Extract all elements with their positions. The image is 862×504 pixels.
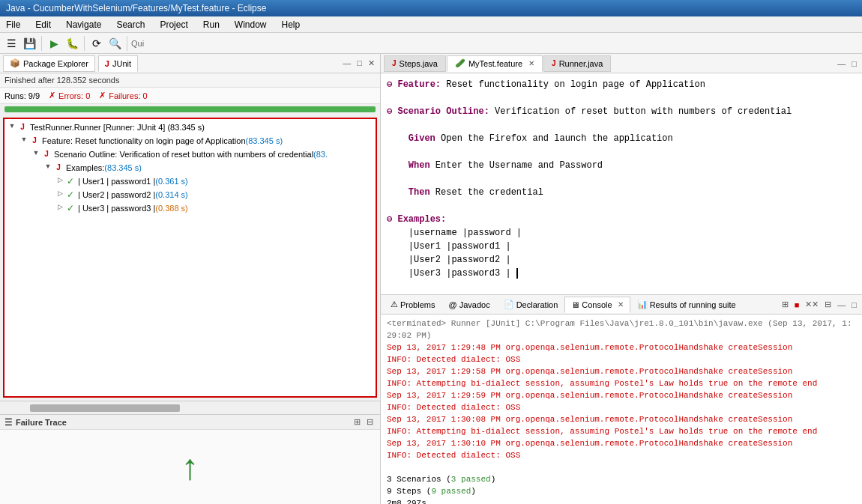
console-action-1[interactable]: ⊞ — [780, 299, 791, 310]
examples-icon: J — [52, 162, 64, 174]
menu-run[interactable]: Run — [200, 18, 223, 31]
console-minimize-btn[interactable]: — — [835, 300, 848, 310]
tab-console[interactable]: 🖥 Console ✕ — [564, 297, 630, 313]
failure-trace-actions: ⊞ ⊟ — [352, 416, 376, 428]
horizontal-scrollbar[interactable] — [0, 401, 380, 414]
tab-steps-java[interactable]: J Steps.java — [384, 55, 446, 72]
left-maximize-btn[interactable]: □ — [355, 58, 364, 69]
tab-declaration[interactable]: 📄 Declaration — [497, 297, 565, 313]
console-action-4[interactable]: ⊟ — [822, 299, 834, 310]
menu-project[interactable]: Project — [157, 18, 190, 31]
console-stop-btn[interactable]: ■ — [792, 300, 802, 310]
toolbar-search-btn[interactable]: 🔍 — [106, 35, 123, 52]
left-tab-actions: — □ ✕ — [340, 58, 377, 69]
green-arrow-icon: ↑ — [181, 449, 199, 485]
toolbar-sep-3 — [127, 36, 127, 51]
left-panel: 📦 Package Explorer J JUnit — □ ✕ Finishe… — [0, 54, 381, 504]
editor-minimize-btn[interactable]: — — [835, 58, 848, 69]
toolbar-run-btn[interactable]: ▶ — [46, 35, 62, 52]
console-line-terminated: <terminated> Runner [JUnit] C:\Program F… — [387, 318, 856, 341]
runner-java-icon: J — [552, 59, 556, 67]
console-line-blank — [387, 461, 856, 473]
tree-item-runner[interactable]: ▼ J TestRunner.Runner [Runner: JUnit 4] … — [6, 121, 374, 134]
tab-problems[interactable]: ⚠ Problems — [384, 297, 441, 313]
editor-tab-actions: — □ — [835, 58, 859, 69]
code-line-blank-2 — [387, 118, 856, 132]
tree-item-user1[interactable]: ▷ ✓ | User1 | password1 | (0.361 s) — [54, 174, 374, 188]
expand-runner[interactable]: ▼ — [7, 121, 16, 130]
steps-java-label: Steps.java — [400, 59, 438, 68]
declaration-icon: 📄 — [504, 300, 514, 309]
console-clear-btn[interactable]: ✕✕ — [803, 299, 821, 310]
title-bar: Java - CucumberWithSelenium/Features/MyT… — [0, 0, 862, 16]
code-line-3: Given Open the Firefox and launch the ap… — [387, 132, 856, 145]
tree-item-user2[interactable]: ▷ ✓ | User2 | password2 | (0.314 s) — [54, 188, 374, 201]
failure-trace-icon: ☰ — [4, 417, 13, 428]
user2-time: (0.314 s) — [155, 189, 187, 201]
code-line-10: |User3 |password3 | — [387, 267, 856, 280]
toolbar-sep-1 — [41, 36, 42, 51]
tab-runner-java[interactable]: J Runner.java — [543, 55, 611, 72]
left-tab-bar: 📦 Package Explorer J JUnit — □ ✕ — [0, 54, 380, 73]
expand-user2[interactable]: ▷ — [55, 189, 64, 198]
test-tree[interactable]: ▼ J TestRunner.Runner [Runner: JUnit 4] … — [3, 118, 377, 398]
toolbar-save-btn[interactable]: 💾 — [21, 35, 37, 52]
tab-mytest-feature[interactable]: 🥒 MyTest.feature ✕ — [447, 55, 543, 72]
console-line-8: INFO: Attempting bi-dialect session, ass… — [387, 425, 856, 437]
left-close-btn[interactable]: ✕ — [366, 58, 377, 69]
menu-window[interactable]: Window — [232, 18, 270, 31]
menu-search[interactable]: Search — [113, 18, 148, 31]
scenario-icon: J — [40, 148, 52, 160]
menu-file[interactable]: File — [3, 18, 23, 31]
code-line-5: Then Reset the credential — [387, 186, 856, 199]
toolbar-refresh-btn[interactable]: ⟳ — [88, 35, 105, 52]
tab-javadoc[interactable]: @ Javadoc — [441, 297, 496, 313]
results-icon: 📊 — [637, 300, 648, 309]
runs-label: Runs: 9/9 — [4, 91, 40, 100]
tree-item-scenario[interactable]: ▼ J Scenario Outline: Verification of re… — [30, 148, 374, 161]
toolbar-new-btn[interactable]: ☰ — [3, 35, 19, 52]
scrollbar-thumb[interactable] — [30, 404, 180, 412]
tree-item-feature[interactable]: ▼ J Feature: Reset functionality on logi… — [18, 134, 374, 148]
examples-label: Examples: — [66, 162, 104, 174]
code-line-7: |username |password | — [387, 226, 856, 240]
tab-junit[interactable]: J JUnit — [98, 55, 138, 72]
stat-failures: ✗ Failures: 0 — [99, 91, 147, 100]
feature-time: (83.345 s) — [246, 135, 283, 147]
editor-maximize-btn[interactable]: □ — [849, 58, 859, 69]
mytest-close-btn[interactable]: ✕ — [528, 59, 534, 67]
left-minimize-btn[interactable]: — — [340, 58, 353, 69]
failure-trace-btn1[interactable]: ⊞ — [352, 416, 363, 428]
junit-header: Finished after 128.352 seconds — [0, 73, 380, 88]
failure-trace-content: ↑ — [0, 430, 380, 504]
runner-java-label: Runner.java — [559, 59, 603, 68]
tree-item-examples[interactable]: ▼ J Examples: (83.345 s) — [42, 161, 374, 174]
feature-label: Feature: Reset functionality on login pa… — [42, 135, 246, 147]
failure-trace-title: Failure Trace — [16, 418, 67, 427]
junit-icon: J — [105, 59, 109, 68]
console-icon: 🖥 — [571, 300, 579, 309]
expand-examples[interactable]: ▼ — [43, 162, 52, 171]
toolbar-debug-btn[interactable]: 🐛 — [64, 35, 80, 52]
console-line-6: INFO: Detected dialect: OSS — [387, 401, 856, 413]
console-maximize-btn[interactable]: □ — [849, 300, 859, 310]
scenario-label: Scenario Outline: Verification of reset … — [54, 148, 313, 160]
expand-user1[interactable]: ▷ — [55, 175, 64, 184]
tree-item-user3[interactable]: ▷ ✓ | User3 | password3 | (0.388 s) — [54, 201, 374, 215]
tab-package-explorer[interactable]: 📦 Package Explorer — [3, 55, 95, 72]
console-tabs: ⚠ Problems @ Javadoc 📄 Declaration 🖥 Con… — [381, 295, 862, 315]
menu-navigate[interactable]: Navigate — [63, 18, 104, 31]
expand-feature[interactable]: ▼ — [19, 135, 28, 144]
console-area: ⚠ Problems @ Javadoc 📄 Declaration 🖥 Con… — [381, 294, 862, 504]
console-output[interactable]: <terminated> Runner [JUnit] C:\Program F… — [381, 315, 862, 504]
failure-trace-btn2[interactable]: ⊟ — [364, 416, 376, 428]
user2-icon: ✓ — [64, 189, 76, 201]
console-line-5: Sep 13, 2017 1:29:59 PM org.openqa.selen… — [387, 389, 856, 401]
tab-results[interactable]: 📊 Results of running suite — [630, 297, 743, 313]
code-editor[interactable]: ⊖ Feature: Reset functionality on login … — [381, 73, 862, 294]
menu-help[interactable]: Help — [279, 18, 304, 31]
expand-user3[interactable]: ▷ — [55, 202, 64, 211]
menu-edit[interactable]: Edit — [32, 18, 54, 31]
junit-header-text: Finished after 128.352 seconds — [4, 76, 120, 85]
expand-scenario[interactable]: ▼ — [31, 148, 40, 157]
